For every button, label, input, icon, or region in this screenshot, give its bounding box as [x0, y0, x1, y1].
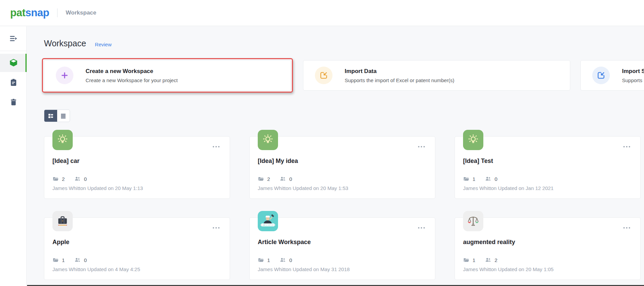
review-link[interactable]: Review [95, 42, 112, 47]
workspace-title: Article Workspace [258, 239, 427, 246]
list-view-button[interactable] [57, 110, 70, 122]
patsnap-logo[interactable]: patsnap [10, 7, 49, 19]
more-menu-button[interactable] [622, 145, 631, 149]
folders-stat: 1 [463, 176, 475, 182]
folders-stat: 2 [258, 176, 270, 182]
workspace-type-icon [463, 211, 483, 231]
members-stat: 0 [74, 175, 87, 182]
idea-lightbulb-icon [56, 134, 69, 146]
workspace-card[interactable]: augmented reality 1 [455, 217, 641, 280]
top-header: patsnap Workspace [0, 0, 644, 26]
logo-pat: pat [10, 7, 25, 19]
sidebar-separator [0, 51, 26, 51]
svg-text:LAW & JUSTICE: LAW & JUSTICE [262, 224, 274, 226]
left-sidebar [0, 26, 27, 286]
workspace-grid: [Idea] car 2 [44, 136, 641, 280]
folders-count: 2 [62, 176, 65, 182]
workspace-updated-text: James Whitton Updated on May 31 2018 [258, 266, 427, 272]
workspace-updated-text: James Whitton Updated on 20 May 1:53 [258, 185, 427, 191]
people-icon [485, 257, 491, 263]
workspace-type-icon [258, 130, 278, 150]
briefcase-icon [56, 215, 69, 228]
members-stat: 0 [279, 257, 292, 263]
folders-stat: 1 [258, 257, 270, 263]
import-sequence-card[interactable]: Import Seq Supports mar [580, 60, 644, 91]
folder-icon [258, 176, 264, 182]
sidebar-item-tasks[interactable] [0, 73, 27, 92]
members-stat: 0 [74, 257, 87, 263]
patsnap-workspace-screen: patsnap Workspace [0, 0, 644, 286]
people-icon [279, 257, 286, 263]
menu-expand-icon [9, 34, 18, 43]
workspace-type-icon [52, 130, 73, 150]
folders-count: 1 [267, 257, 270, 263]
list-view-icon [60, 113, 66, 119]
workspace-updated-text: James Whitton Updated on Jan 12 2021 [463, 185, 632, 191]
workspace-card[interactable]: LAW & JUSTICE Article Workspace 1 [249, 217, 435, 280]
workspace-stats: 1 2 [463, 257, 632, 263]
workspace-type-icon: LAW & JUSTICE [258, 211, 278, 231]
members-count: 0 [84, 176, 87, 182]
people-icon [279, 175, 286, 182]
create-workspace-title: Create a new Workspace [86, 68, 178, 75]
members-count: 0 [84, 257, 87, 263]
sidebar-item-trash[interactable] [0, 93, 27, 111]
idea-lightbulb-icon [262, 134, 274, 146]
import-sequence-subtitle: Supports mar [622, 77, 644, 83]
workspace-title: [Idea] Test [463, 158, 632, 165]
workspace-stats: 2 0 [258, 175, 427, 182]
import-data-card[interactable]: Import Data Supports the import of Excel… [303, 60, 570, 91]
folders-count: 1 [473, 257, 475, 263]
sidebar-item-workspace[interactable] [0, 54, 27, 72]
page-title: Workspace [44, 39, 86, 48]
workspace-stats: 1 0 [52, 257, 222, 263]
more-menu-button[interactable] [211, 145, 221, 149]
idea-lightbulb-icon [467, 134, 479, 146]
folder-icon [463, 257, 469, 263]
scales-of-justice-icon [466, 214, 480, 228]
members-count: 0 [289, 257, 292, 263]
create-workspace-subtitle: Create a new Workspace for your project [86, 77, 178, 83]
workspace-updated-text: James Whitton Updated on 20 May 1:13 [52, 185, 222, 191]
card-view-button[interactable] [44, 110, 57, 122]
more-menu-button[interactable] [622, 226, 631, 230]
create-workspace-card[interactable]: Create a new Workspace Create a new Work… [44, 60, 291, 91]
law-justice-icon: LAW & JUSTICE [259, 212, 277, 230]
more-menu-button[interactable] [211, 226, 221, 230]
workspace-card[interactable]: Apple 1 [44, 217, 230, 280]
workspace-stats: 1 0 [258, 257, 427, 263]
red-highlight-annotation: Create a new Workspace Create a new Work… [42, 58, 293, 93]
members-count: 2 [495, 257, 497, 263]
import-sequence-title: Import Seq [622, 68, 644, 75]
import-icon [592, 67, 610, 84]
workspace-card[interactable]: [Idea] car 2 [44, 136, 230, 199]
members-stat: 0 [485, 175, 497, 182]
workspace-type-icon [463, 130, 483, 150]
plus-icon [56, 67, 73, 84]
members-count: 0 [289, 176, 292, 182]
import-data-subtitle: Supports the import of Excel or patent n… [345, 77, 454, 83]
sidebar-expand-button[interactable] [0, 26, 27, 51]
folders-count: 1 [473, 176, 475, 182]
members-stat: 2 [485, 257, 497, 263]
folders-stat: 1 [52, 257, 65, 263]
folders-stat: 1 [463, 257, 475, 263]
workspace-title: [Idea] My idea [258, 158, 427, 165]
folders-count: 1 [62, 257, 65, 263]
import-data-title: Import Data [345, 68, 454, 75]
workspace-box-icon [9, 58, 18, 68]
workspace-card[interactable]: [Idea] My idea 2 [249, 136, 435, 199]
workspace-stats: 2 0 [52, 175, 222, 182]
main-content: Workspace Review Create a new Workspace … [27, 26, 644, 286]
trash-icon [9, 98, 18, 106]
view-mode-toggle [44, 110, 70, 122]
folders-count: 2 [267, 176, 270, 182]
workspace-card[interactable]: [Idea] Test 1 [455, 136, 641, 199]
workspace-stats: 1 0 [463, 175, 632, 182]
more-menu-button[interactable] [417, 226, 426, 230]
more-menu-button[interactable] [417, 145, 426, 149]
folder-icon [258, 257, 264, 263]
workspace-title: [Idea] car [52, 158, 222, 165]
workspace-updated-text: James Whitton Updated on 20 May 1:05 [463, 266, 632, 272]
header-app-title: Workspace [66, 9, 96, 16]
